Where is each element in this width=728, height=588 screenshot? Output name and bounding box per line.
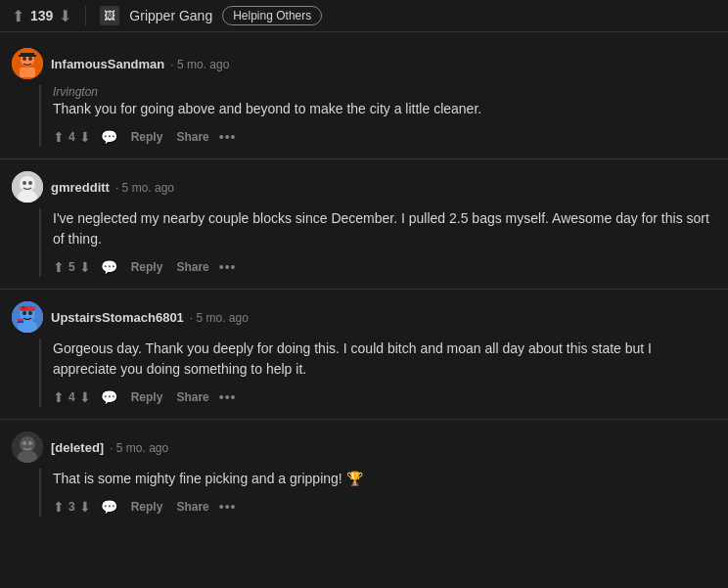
username: gmredditt bbox=[51, 180, 110, 195]
comment-thread: InfamousSandman · 5 mo. ago Irvington Th… bbox=[0, 40, 728, 158]
comment-actions: ⬆ 4 ⬇ 💬 Reply Share ••• bbox=[53, 127, 716, 147]
comment-icon: 💬 bbox=[101, 129, 117, 145]
vote-controls[interactable]: ⬆ 4 ⬇ bbox=[53, 129, 91, 145]
svg-rect-2 bbox=[20, 68, 35, 77]
comment-actions: ⬆ 4 ⬇ 💬 Reply Share ••• bbox=[53, 387, 716, 407]
comment-actions: ⬆ 5 ⬇ 💬 Reply Share ••• bbox=[53, 257, 716, 277]
more-options[interactable]: ••• bbox=[219, 499, 237, 515]
comment-meta: [deleted] · 5 mo. ago bbox=[51, 440, 168, 455]
vote-controls[interactable]: ⬆ 4 ⬇ bbox=[53, 389, 91, 405]
downvote-icon[interactable]: ⬇ bbox=[79, 129, 91, 145]
svg-point-4 bbox=[28, 57, 32, 61]
upvote-icon[interactable]: ⬆ bbox=[53, 499, 65, 515]
comment-icon: 💬 bbox=[101, 499, 117, 515]
more-options[interactable]: ••• bbox=[219, 129, 237, 145]
comment-body: I've neglected my nearby couple blocks s… bbox=[53, 208, 716, 249]
avatar bbox=[12, 431, 43, 463]
svg-point-23 bbox=[23, 441, 26, 445]
post-vote-controls[interactable]: ⬆ 139 ⬇ bbox=[12, 7, 71, 25]
comment-header: [deleted] · 5 mo. ago bbox=[12, 431, 716, 463]
more-options[interactable]: ••• bbox=[219, 259, 237, 275]
comment-body: That is some mighty fine picking and a g… bbox=[53, 469, 716, 489]
upvote-icon[interactable]: ⬆ bbox=[53, 129, 65, 145]
username: InfamousSandman bbox=[51, 57, 164, 71]
downvote-icon[interactable]: ⬇ bbox=[59, 7, 71, 25]
vote-controls[interactable]: ⬆ 5 ⬇ bbox=[53, 259, 91, 275]
more-options[interactable]: ••• bbox=[219, 389, 237, 405]
comment-header: UpstairsStomach6801 · 5 mo. ago bbox=[12, 301, 716, 333]
award-icon: 🖼 bbox=[100, 6, 119, 25]
share-button[interactable]: Share bbox=[172, 128, 212, 146]
comment-indent: Gorgeous day. Thank you deeply for doing… bbox=[39, 339, 716, 407]
comment-score: 4 bbox=[68, 130, 75, 144]
svg-point-10 bbox=[28, 181, 32, 185]
comment-actions: ⬆ 3 ⬇ 💬 Reply Share ••• bbox=[53, 497, 716, 517]
comment-button[interactable]: 💬 bbox=[97, 127, 121, 147]
separator bbox=[0, 158, 728, 159]
comment-score: 5 bbox=[68, 260, 75, 274]
share-button[interactable]: Share bbox=[172, 498, 212, 516]
comment-button[interactable]: 💬 bbox=[97, 257, 121, 277]
comment-body: Gorgeous day. Thank you deeply for doing… bbox=[53, 339, 716, 380]
reply-button[interactable]: Reply bbox=[127, 258, 167, 276]
svg-rect-20 bbox=[18, 321, 23, 323]
downvote-icon[interactable]: ⬇ bbox=[79, 389, 91, 405]
comment-indent: That is some mighty fine picking and a g… bbox=[39, 469, 716, 517]
reply-button[interactable]: Reply bbox=[127, 498, 167, 516]
username: UpstairsStomach6801 bbox=[51, 310, 184, 325]
comment-meta: UpstairsStomach6801 · 5 mo. ago bbox=[51, 310, 249, 325]
post-score: 139 bbox=[30, 8, 53, 23]
comment-thread: UpstairsStomach6801 · 5 mo. ago Gorgeous… bbox=[0, 294, 728, 419]
comment-button[interactable]: 💬 bbox=[97, 387, 121, 407]
comment-header: gmredditt · 5 mo. ago bbox=[12, 171, 716, 203]
comment-indent: Irvington Thank you for going above and … bbox=[39, 85, 716, 147]
timestamp: · 5 mo. ago bbox=[115, 181, 174, 195]
svg-point-3 bbox=[23, 57, 26, 61]
upvote-icon[interactable]: ⬆ bbox=[53, 259, 65, 275]
comment-body: Thank you for going above and beyond to … bbox=[53, 99, 716, 119]
comment-score: 3 bbox=[68, 500, 75, 514]
separator bbox=[0, 289, 728, 290]
avatar bbox=[12, 48, 43, 79]
upvote-icon[interactable]: ⬆ bbox=[53, 389, 65, 405]
user-flair: Irvington bbox=[53, 85, 716, 99]
subreddit-name: Gripper Gang bbox=[129, 8, 212, 23]
reply-button[interactable]: Reply bbox=[127, 128, 167, 146]
timestamp: · 5 mo. ago bbox=[110, 441, 168, 455]
username: [deleted] bbox=[51, 440, 104, 455]
downvote-icon[interactable]: ⬇ bbox=[79, 499, 91, 515]
timestamp: · 5 mo. ago bbox=[170, 58, 229, 71]
separator bbox=[0, 419, 728, 420]
comments-section: InfamousSandman · 5 mo. ago Irvington Th… bbox=[0, 32, 728, 536]
svg-rect-17 bbox=[22, 306, 25, 309]
comment-button[interactable]: 💬 bbox=[97, 497, 121, 517]
comment-indent: I've neglected my nearby couple blocks s… bbox=[39, 208, 716, 277]
avatar bbox=[12, 301, 43, 333]
comment-score: 4 bbox=[68, 390, 75, 404]
comment-icon: 💬 bbox=[101, 259, 117, 275]
svg-point-24 bbox=[28, 441, 32, 445]
flair-badge: Helping Others bbox=[222, 6, 322, 25]
divider bbox=[85, 6, 86, 25]
upvote-icon[interactable]: ⬆ bbox=[12, 7, 24, 25]
timestamp: · 5 mo. ago bbox=[190, 311, 249, 325]
top-bar: ⬆ 139 ⬇ 🖼 Gripper Gang Helping Others bbox=[0, 0, 728, 32]
avatar bbox=[12, 171, 43, 203]
svg-point-14 bbox=[23, 311, 26, 315]
comment-thread: gmredditt · 5 mo. ago I've neglected my … bbox=[0, 163, 728, 289]
reply-button[interactable]: Reply bbox=[127, 388, 167, 406]
comment-header: InfamousSandman · 5 mo. ago bbox=[12, 48, 716, 79]
share-button[interactable]: Share bbox=[172, 388, 212, 406]
svg-rect-6 bbox=[19, 55, 36, 57]
comment-icon: 💬 bbox=[101, 389, 117, 405]
downvote-icon[interactable]: ⬇ bbox=[79, 259, 91, 275]
comment-meta: gmredditt · 5 mo. ago bbox=[51, 180, 174, 195]
svg-point-15 bbox=[28, 311, 32, 315]
vote-controls[interactable]: ⬆ 3 ⬇ bbox=[53, 499, 91, 515]
comment-thread: [deleted] · 5 mo. ago That is some might… bbox=[0, 424, 728, 528]
svg-point-9 bbox=[23, 181, 26, 185]
comment-meta: InfamousSandman · 5 mo. ago bbox=[51, 57, 229, 71]
share-button[interactable]: Share bbox=[172, 258, 212, 276]
